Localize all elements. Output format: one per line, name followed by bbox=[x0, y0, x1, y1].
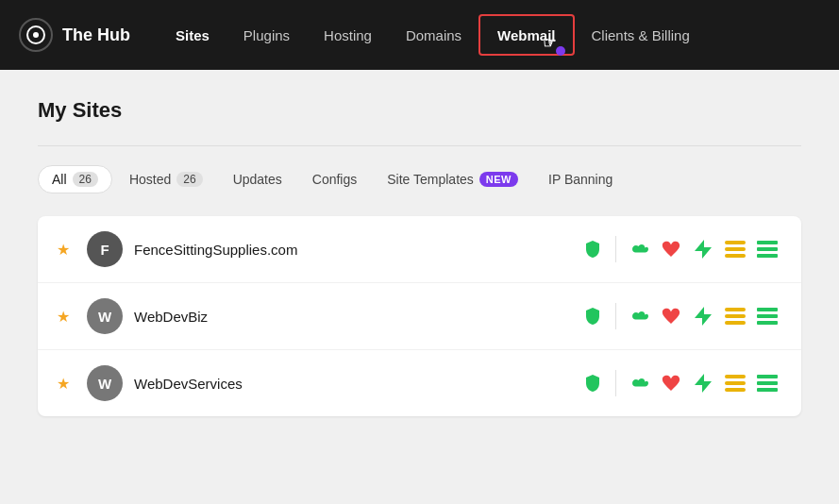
navbar: The Hub Sites Plugins Hosting Domains We… bbox=[0, 0, 839, 70]
svg-rect-19 bbox=[757, 388, 778, 392]
nav-domains[interactable]: Domains bbox=[389, 0, 478, 70]
sites-table: ★ F FenceSittingSupplies.com bbox=[38, 216, 801, 416]
site-actions bbox=[578, 301, 782, 331]
brand: The Hub bbox=[19, 18, 130, 52]
cloud-icon[interactable] bbox=[624, 234, 654, 264]
site-actions bbox=[578, 368, 782, 398]
page-title: My Sites bbox=[38, 98, 801, 123]
svg-rect-4 bbox=[725, 254, 746, 258]
shield-icon[interactable] bbox=[578, 368, 608, 398]
svg-rect-16 bbox=[725, 388, 746, 392]
svg-rect-14 bbox=[725, 375, 746, 378]
star-icon[interactable]: ★ bbox=[57, 308, 76, 326]
svg-rect-3 bbox=[725, 247, 746, 251]
star-icon[interactable]: ★ bbox=[57, 241, 76, 259]
svg-rect-7 bbox=[757, 254, 778, 258]
tab-hosted[interactable]: Hosted 26 bbox=[116, 166, 216, 193]
stack-icon[interactable] bbox=[720, 368, 750, 398]
site-name[interactable]: WebDevBiz bbox=[134, 309, 566, 325]
webmail-dot bbox=[556, 46, 565, 56]
shield-icon[interactable] bbox=[578, 234, 608, 264]
brand-name: The Hub bbox=[62, 25, 130, 45]
heartbeat-icon[interactable] bbox=[656, 368, 686, 398]
svg-rect-15 bbox=[725, 381, 746, 385]
svg-rect-12 bbox=[757, 314, 778, 318]
cloud-icon[interactable] bbox=[624, 301, 654, 331]
tab-updates[interactable]: Updates bbox=[220, 166, 295, 193]
svg-rect-5 bbox=[757, 241, 778, 244]
site-avatar: W bbox=[87, 298, 123, 334]
svg-rect-9 bbox=[725, 314, 746, 318]
cloud-icon[interactable] bbox=[624, 368, 654, 398]
action-divider bbox=[615, 303, 616, 329]
bolt-icon[interactable] bbox=[688, 368, 718, 398]
menu-icon[interactable] bbox=[752, 301, 782, 331]
site-row: ★ W WebDevBiz bbox=[38, 283, 801, 350]
nav-hosting[interactable]: Hosting bbox=[307, 0, 389, 70]
main-content: My Sites All 26 Hosted 26 Updates Config… bbox=[0, 70, 839, 445]
divider bbox=[38, 145, 801, 146]
nav-links: Sites Plugins Hosting Domains Webmail ☞ … bbox=[159, 0, 820, 70]
stack-icon[interactable] bbox=[720, 234, 750, 264]
action-divider bbox=[615, 370, 616, 396]
menu-icon[interactable] bbox=[752, 234, 782, 264]
nav-webmail[interactable]: Webmail ☞ bbox=[478, 14, 574, 56]
site-avatar: W bbox=[87, 365, 123, 401]
site-row: ★ W WebDevServices bbox=[38, 350, 801, 416]
svg-point-1 bbox=[33, 32, 39, 38]
heartbeat-icon[interactable] bbox=[656, 301, 686, 331]
svg-rect-18 bbox=[757, 381, 778, 385]
menu-icon[interactable] bbox=[752, 368, 782, 398]
svg-rect-8 bbox=[725, 308, 746, 311]
svg-rect-6 bbox=[757, 247, 778, 251]
svg-rect-11 bbox=[757, 308, 778, 311]
site-actions bbox=[578, 234, 782, 264]
nav-sites[interactable]: Sites bbox=[159, 0, 227, 70]
tab-all[interactable]: All 26 bbox=[38, 165, 112, 193]
action-divider bbox=[615, 236, 616, 262]
stack-icon[interactable] bbox=[720, 301, 750, 331]
svg-rect-13 bbox=[757, 321, 778, 325]
nav-plugins[interactable]: Plugins bbox=[227, 0, 307, 70]
site-name[interactable]: FenceSittingSupplies.com bbox=[134, 242, 566, 258]
heartbeat-icon[interactable] bbox=[656, 234, 686, 264]
svg-rect-10 bbox=[725, 321, 746, 325]
tab-site-templates[interactable]: Site Templates NEW bbox=[374, 166, 531, 193]
nav-clients-billing[interactable]: Clients & Billing bbox=[575, 0, 707, 70]
tab-configs[interactable]: Configs bbox=[299, 166, 370, 193]
bolt-icon[interactable] bbox=[688, 234, 718, 264]
tab-ip-banning[interactable]: IP Banning bbox=[535, 166, 626, 193]
svg-rect-17 bbox=[757, 375, 778, 378]
filter-tabs: All 26 Hosted 26 Updates Configs Site Te… bbox=[38, 165, 801, 193]
shield-icon[interactable] bbox=[578, 301, 608, 331]
svg-rect-2 bbox=[725, 241, 746, 244]
site-row: ★ F FenceSittingSupplies.com bbox=[38, 216, 801, 283]
site-avatar: F bbox=[87, 231, 123, 267]
site-name[interactable]: WebDevServices bbox=[134, 376, 566, 392]
brand-logo bbox=[19, 18, 53, 52]
bolt-icon[interactable] bbox=[688, 301, 718, 331]
star-icon[interactable]: ★ bbox=[57, 375, 76, 393]
